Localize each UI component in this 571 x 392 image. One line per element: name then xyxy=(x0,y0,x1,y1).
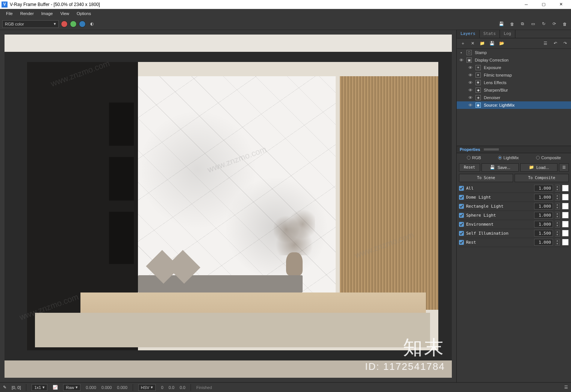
spinner[interactable]: ▲▼ xyxy=(555,185,560,191)
expand-statusbar-button[interactable]: ☰ xyxy=(564,385,568,390)
spinner[interactable]: ▲▼ xyxy=(555,230,560,237)
eye-icon[interactable]: 👁 xyxy=(467,73,473,77)
light-multiplier[interactable]: 1.000 xyxy=(534,239,553,246)
tab-layers[interactable]: Layers xyxy=(457,30,480,38)
save-preset-button[interactable]: 💾 xyxy=(488,40,496,47)
layer-stamp[interactable]: • □ Stamp xyxy=(457,49,571,56)
mode1-dropdown[interactable]: Raw▾ xyxy=(63,384,80,391)
save-preset-button[interactable]: 💾 Save... xyxy=(482,163,519,172)
options-menu-button[interactable]: ☰ xyxy=(559,163,569,172)
undo-button[interactable]: ↶ xyxy=(551,40,559,47)
light-multiplier[interactable]: 1.000 xyxy=(534,212,553,219)
light-enable-checkbox[interactable] xyxy=(459,195,464,200)
eye-icon[interactable]: 👁 xyxy=(467,65,473,70)
light-enable-checkbox[interactable] xyxy=(459,240,464,245)
spinner[interactable]: ▲▼ xyxy=(555,194,560,201)
light-row: All 1.000 ▲▼ xyxy=(459,184,569,193)
light-multiplier[interactable]: 1.000 xyxy=(534,203,553,210)
light-multiplier[interactable]: 1.500 xyxy=(534,230,553,237)
light-color-swatch[interactable] xyxy=(562,194,569,201)
tab-stats[interactable]: Stats xyxy=(480,30,500,38)
menu-view[interactable]: View xyxy=(56,10,73,17)
menu-render[interactable]: Render xyxy=(17,10,38,17)
light-enable-checkbox[interactable] xyxy=(459,213,464,218)
rgb-g-value: 0.000 xyxy=(101,385,112,390)
panel-drag-handle[interactable] xyxy=(484,148,499,151)
radio-rgb[interactable]: RGB xyxy=(467,155,481,160)
channel-dropdown[interactable]: RGB color ▾ xyxy=(2,20,59,28)
layer-denoiser[interactable]: 👁 ◈ Denoiser xyxy=(457,94,571,101)
layer-filmic[interactable]: 👁 ✦ Filmic tonemap xyxy=(457,71,571,79)
radio-lightmix[interactable]: LightMix xyxy=(498,155,519,160)
eye-icon[interactable]: 👁 xyxy=(467,95,473,100)
eye-icon[interactable]: 👁 xyxy=(458,58,464,62)
delete-layer-button[interactable]: ✕ xyxy=(469,40,476,47)
region-size-dropdown[interactable]: 1x1▾ xyxy=(32,384,47,391)
redo-button[interactable]: ↷ xyxy=(561,40,569,47)
light-color-swatch[interactable] xyxy=(562,230,569,237)
layer-source-lightmix[interactable]: 👁 ◉ Source: LightMix xyxy=(457,101,571,109)
spinner[interactable]: ▲▼ xyxy=(555,212,560,219)
folder-button[interactable]: 📁 xyxy=(479,40,486,47)
region-render-button[interactable]: ▭ xyxy=(529,20,537,28)
close-button[interactable]: ✕ xyxy=(552,0,569,9)
to-composite-button[interactable]: To Composite xyxy=(515,174,569,182)
pick-color-button[interactable]: ✎ xyxy=(3,385,6,390)
clear-image-button[interactable]: 🗑 xyxy=(508,20,516,28)
menubar: File Render Image View Options xyxy=(0,9,571,18)
light-multiplier[interactable]: 1.000 xyxy=(534,221,553,228)
light-color-swatch[interactable] xyxy=(562,203,569,210)
maximize-button[interactable]: ▢ xyxy=(535,0,552,9)
spinner[interactable]: ▲▼ xyxy=(555,203,560,210)
eye-icon[interactable]: 👁 xyxy=(467,88,473,92)
light-color-swatch[interactable] xyxy=(562,212,569,219)
menu-image[interactable]: Image xyxy=(38,10,57,17)
mono-channel-button[interactable]: ◐ xyxy=(88,20,96,28)
layer-exposure[interactable]: 👁 ☀ Exposure xyxy=(457,64,571,71)
mode2-dropdown[interactable]: HSV▾ xyxy=(138,384,156,391)
light-enable-checkbox[interactable] xyxy=(459,186,464,191)
render-canvas[interactable]: www.znzmo.com www.znzmo.com www.znzmo.co… xyxy=(5,35,452,378)
open-lens-button[interactable]: ⟳ xyxy=(550,20,558,28)
lightmix-list: All 1.000 ▲▼ Dome Light 1.000 ▲▼ xyxy=(457,183,571,248)
blue-channel-button[interactable] xyxy=(79,21,86,27)
red-channel-button[interactable] xyxy=(61,21,68,27)
spinner[interactable]: ▲▼ xyxy=(555,239,560,246)
link-pdplayer-button[interactable]: ⧉ xyxy=(518,20,527,28)
green-channel-button[interactable] xyxy=(70,21,77,27)
clear-history-button[interactable]: 🗑 xyxy=(560,20,569,28)
layer-display-correction[interactable]: 👁 ▣ Display Correction xyxy=(457,56,571,64)
light-color-swatch[interactable] xyxy=(562,221,569,228)
track-mouse-button[interactable]: ↻ xyxy=(539,20,548,28)
eye-icon[interactable]: • xyxy=(458,50,464,55)
menu-options[interactable]: Options xyxy=(73,10,95,17)
eye-icon[interactable]: 👁 xyxy=(467,103,473,107)
light-row: Environment 1.000 ▲▼ xyxy=(459,220,569,229)
light-enable-checkbox[interactable] xyxy=(459,231,464,236)
layer-sharpen[interactable]: 👁 ◆ Sharpen/Blur xyxy=(457,86,571,94)
spinner[interactable]: ▲▼ xyxy=(555,221,560,228)
light-enable-checkbox[interactable] xyxy=(459,222,464,227)
load-preset-button[interactable]: 📁 Load... xyxy=(520,163,557,172)
eye-icon[interactable]: 👁 xyxy=(467,80,473,85)
graph-icon[interactable]: 📈 xyxy=(53,385,58,390)
light-multiplier[interactable]: 1.000 xyxy=(534,185,553,191)
light-color-swatch[interactable] xyxy=(562,185,569,191)
to-scene-button[interactable]: To Scene xyxy=(459,174,513,182)
new-layer-button[interactable]: ＋ xyxy=(459,40,466,47)
reset-button[interactable]: Reset xyxy=(459,163,480,172)
menu-file[interactable]: File xyxy=(2,10,17,17)
tab-log[interactable]: Log xyxy=(500,30,515,38)
layer-lens-effects[interactable]: 👁 ✺ Lens Effects xyxy=(457,79,571,86)
viewport[interactable]: www.znzmo.com www.znzmo.com www.znzmo.co… xyxy=(0,30,456,382)
light-multiplier[interactable]: 1.000 xyxy=(534,194,553,201)
light-enable-checkbox[interactable] xyxy=(459,204,464,209)
light-color-swatch[interactable] xyxy=(562,239,569,246)
load-preset-button[interactable]: 📂 xyxy=(498,40,506,47)
minimize-button[interactable]: ─ xyxy=(518,0,535,9)
list-menu-button[interactable]: ☰ xyxy=(542,40,549,47)
layer-icon: ▣ xyxy=(466,57,472,63)
radio-composite[interactable]: Composite xyxy=(536,155,561,160)
titlebar: V V-Ray Frame Buffer - [50.0% of 2340 x … xyxy=(0,0,571,9)
save-image-button[interactable]: 💾 xyxy=(497,20,506,28)
